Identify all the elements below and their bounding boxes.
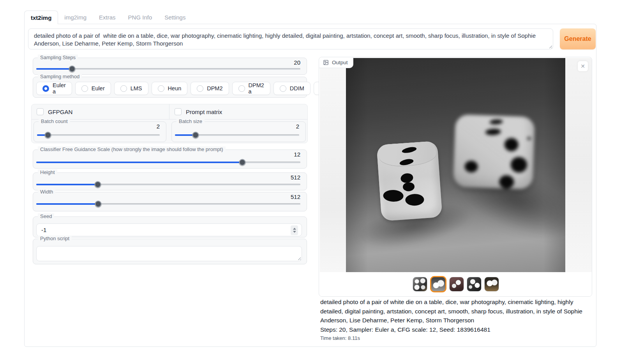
sampling-method-option-dpm2-a[interactable]: DPM2 a	[232, 82, 270, 95]
radio-label: LMS	[131, 85, 142, 91]
cfg-scale-group: Classifier Free Guidance Scale (how stro…	[33, 149, 307, 169]
output-thumbnail-3[interactable]	[449, 277, 464, 292]
output-thumbnail-1[interactable]	[413, 277, 427, 292]
radio-icon	[280, 85, 286, 92]
sampling-method-option-ddim[interactable]: DDIM	[273, 82, 310, 95]
tab-txt2img[interactable]: txt2img	[24, 11, 58, 24]
gfpgan-checkbox[interactable]	[37, 108, 44, 115]
sampling-method-option-lms[interactable]: LMS	[114, 82, 148, 95]
generate-button[interactable]: Generate	[560, 28, 596, 49]
slider-thumb[interactable]	[94, 181, 101, 188]
tab-settings[interactable]: Settings	[158, 11, 192, 24]
sampling-method-group: Sampling method Euler aEulerLMSHeunDPM2D…	[33, 77, 307, 98]
width-slider[interactable]	[36, 200, 300, 207]
batch-count-label: Batch count	[39, 118, 70, 124]
radio-label: DPM2 a	[249, 82, 264, 95]
tab-img2img[interactable]: img2img	[58, 11, 93, 24]
caption-time-taken: Time taken: 8.11s	[320, 335, 592, 341]
image-letterbox-right	[565, 58, 592, 272]
cfg-scale-value: 12	[294, 151, 300, 158]
python-script-input[interactable]	[36, 246, 302, 261]
slider-fill	[36, 184, 98, 185]
seed-group: Seed -1	[33, 216, 307, 237]
sampling-steps-slider[interactable]	[36, 65, 300, 72]
image-vignette	[346, 58, 565, 272]
output-thumbnail-5[interactable]	[484, 277, 499, 292]
slider-fill	[36, 162, 242, 163]
output-thumbnail-2[interactable]	[430, 276, 446, 292]
sampling-method-label: Sampling method	[38, 74, 82, 79]
python-script-label: Python script	[38, 236, 72, 241]
prompt-matrix-cell: Prompt matrix	[169, 104, 307, 119]
prompt-input[interactable]: detailed photo of a pair of white die on…	[28, 28, 553, 49]
seed-stepper[interactable]	[291, 225, 298, 235]
tab-extras[interactable]: Extras	[93, 11, 122, 24]
seed-input[interactable]: -1	[36, 223, 302, 236]
close-icon[interactable]: ✕	[578, 61, 588, 71]
height-group: Height 512	[33, 172, 307, 190]
radio-label: Heun	[168, 85, 182, 91]
batch-count-value: 2	[157, 123, 160, 130]
radio-label: Euler	[92, 85, 105, 91]
width-group: Width 512	[33, 192, 307, 211]
radio-icon	[238, 85, 245, 92]
output-header: Output	[319, 57, 353, 68]
height-value: 512	[291, 174, 300, 181]
sampling-method-option-euler-a[interactable]: Euler a	[36, 82, 72, 95]
slider-track[interactable]	[37, 134, 160, 136]
radio-label: DPM2	[207, 85, 222, 91]
caption-params: Steps: 20, Sampler: Euler a, CFG scale: …	[320, 325, 592, 334]
sampling-method-option-dpm2[interactable]: DPM2	[191, 82, 229, 95]
height-label: Height	[38, 169, 57, 175]
sampling-method-options: Euler aEulerLMSHeunDPM2DPM2 aDDIMPLMS	[36, 82, 351, 95]
tab-bar: txt2img img2img Extras PNG Info Settings	[24, 11, 192, 24]
stepper-up-icon[interactable]	[293, 228, 296, 230]
output-label: Output	[332, 60, 348, 65]
checkbox-row: GFPGAN Prompt matrix	[32, 104, 307, 120]
slider-thumb[interactable]	[45, 132, 51, 138]
radio-icon	[120, 85, 127, 92]
output-thumbnails	[320, 272, 592, 296]
slider-thumb[interactable]	[95, 200, 102, 207]
slider-track[interactable]	[36, 68, 300, 70]
tab-png-info[interactable]: PNG Info	[122, 11, 159, 24]
stepper-down-icon[interactable]	[293, 231, 296, 233]
slider-thumb[interactable]	[239, 159, 245, 165]
radio-icon	[158, 85, 164, 92]
output-thumbnail-4[interactable]	[467, 277, 482, 292]
slider-thumb[interactable]	[69, 65, 75, 72]
image-icon	[323, 60, 329, 65]
radio-icon	[197, 85, 203, 92]
cfg-scale-label: Classifier Free Guidance Scale (how stro…	[38, 146, 226, 152]
caption-prompt: detailed photo of a pair of white die on…	[320, 297, 592, 325]
seed-label: Seed	[38, 213, 54, 219]
gfpgan-cell: GFPGAN	[32, 104, 169, 119]
sampling-method-option-euler[interactable]: Euler	[75, 82, 111, 95]
seed-value: -1	[41, 227, 46, 233]
slider-thumb[interactable]	[192, 132, 199, 138]
slider-fill	[36, 203, 98, 205]
batch-count-slider[interactable]	[37, 132, 160, 138]
width-label: Width	[38, 189, 55, 195]
batch-size-slider[interactable]	[175, 132, 299, 138]
batch-size-value: 2	[296, 123, 299, 130]
output-caption: detailed photo of a pair of white die on…	[320, 297, 592, 341]
sampling-steps-value: 20	[294, 59, 300, 66]
width-value: 512	[291, 193, 300, 200]
slider-fill	[36, 68, 72, 70]
batch-size-label: Batch size	[176, 118, 205, 124]
radio-icon	[81, 85, 88, 92]
sampling-method-option-heun[interactable]: Heun	[152, 82, 188, 95]
prompt-matrix-checkbox[interactable]	[175, 108, 182, 115]
batch-size-group: Batch size 2	[171, 121, 306, 142]
cfg-scale-slider[interactable]	[36, 159, 300, 165]
image-letterbox-left	[320, 58, 346, 272]
output-viewer	[320, 58, 592, 272]
radio-label: Euler a	[53, 82, 66, 95]
sampling-steps-group: Sampling Steps 20	[33, 58, 307, 75]
python-script-group: Python script	[33, 239, 307, 264]
radio-icon	[42, 85, 49, 92]
radio-label: DDIM	[290, 85, 304, 91]
height-slider[interactable]	[36, 181, 300, 188]
generated-image[interactable]	[346, 58, 565, 272]
